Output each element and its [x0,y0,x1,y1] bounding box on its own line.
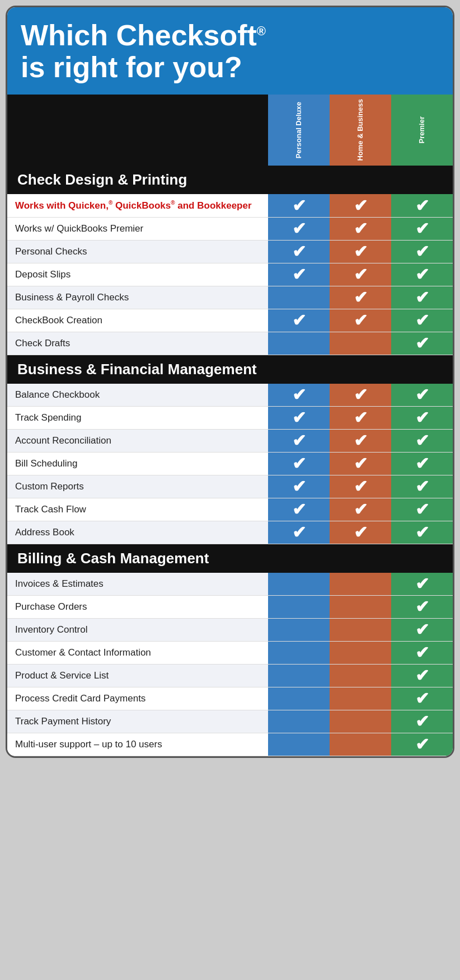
check-cell-premier: ✔ [391,286,453,309]
check-cell-premier: ✔ [391,475,453,498]
checkmark-icon: ✔ [354,431,368,450]
check-cell-home [330,642,391,664]
feature-label: Address Book [7,521,268,544]
check-cell-premier: ✔ [391,384,453,406]
check-cell-home: ✔ [330,498,391,521]
feature-label: CheckBook Creation [7,309,268,332]
check-cell-premier: ✔ [391,218,453,240]
check-cell-home [330,619,391,641]
feature-row: Invoices & Estimates✔ [7,573,453,596]
checkmark-icon: ✔ [415,196,429,215]
feature-row: Works with Quicken,® QuickBooks® and Boo… [7,194,453,218]
checkmark-icon: ✔ [415,643,429,662]
feature-row: CheckBook Creation✔✔✔ [7,309,453,332]
check-cell-premier: ✔ [391,453,453,475]
checkmark-icon: ✔ [292,219,306,238]
feature-label: Invoices & Estimates [7,573,268,595]
check-cell-home [330,710,391,733]
check-cell-premier: ✔ [391,596,453,618]
checkmark-icon: ✔ [415,666,429,685]
feature-row: Process Credit Card Payments✔ [7,687,453,710]
check-cell-home [330,573,391,595]
feature-label: Account Reconciliation [7,430,268,452]
checkmark-icon: ✔ [354,242,368,261]
check-cell-premier: ✔ [391,309,453,332]
checkmark-icon: ✔ [354,265,368,284]
check-cell-premier: ✔ [391,665,453,687]
check-cell-home [330,733,391,756]
check-cell-personal: ✔ [268,384,330,406]
check-cell-home: ✔ [330,309,391,332]
check-cell-personal: ✔ [268,407,330,429]
col-header-personal: Personal Deluxe [268,95,330,166]
feature-label: Multi-user support – up to 10 users [7,733,268,756]
feature-label: Balance Checkbook [7,384,268,406]
feature-row: Track Cash Flow✔✔✔ [7,498,453,521]
feature-label: Works with Quicken,® QuickBooks® and Boo… [7,194,268,217]
check-cell-personal [268,573,330,595]
checkmark-icon: ✔ [354,196,368,215]
checkmark-icon: ✔ [415,712,429,731]
check-cell-personal [268,286,330,309]
header: Which Checksoft®is right for you? [7,7,453,95]
feature-row: Works w/ QuickBooks Premier✔✔✔ [7,218,453,241]
check-cell-personal [268,665,330,687]
checkmark-icon: ✔ [292,454,306,473]
checkmark-icon: ✔ [292,385,306,404]
check-cell-premier: ✔ [391,619,453,641]
feature-row: Balance Checkbook✔✔✔ [7,384,453,407]
check-cell-home [330,332,391,355]
feature-label: Process Credit Card Payments [7,687,268,710]
checkmark-icon: ✔ [415,333,429,353]
checkmark-icon: ✔ [354,500,368,519]
check-cell-personal: ✔ [268,241,330,263]
checkmark-icon: ✔ [415,310,429,330]
feature-label: Purchase Orders [7,596,268,618]
feature-row: Business & Payroll Checks✔✔ [7,286,453,309]
checkmark-icon: ✔ [354,310,368,330]
check-cell-premier: ✔ [391,573,453,595]
check-cell-premier: ✔ [391,263,453,286]
checkmark-icon: ✔ [292,431,306,450]
checkmark-icon: ✔ [354,454,368,473]
section-header-1: Business & Financial Management [7,355,453,384]
check-cell-premier: ✔ [391,194,453,217]
check-cell-home: ✔ [330,384,391,406]
checkmark-icon: ✔ [415,522,429,542]
checkmark-icon: ✔ [292,196,306,215]
checkmark-icon: ✔ [292,408,306,427]
feature-row: Purchase Orders✔ [7,596,453,619]
feature-label: Deposit Slips [7,263,268,286]
feature-row: Customer & Contact Information✔ [7,642,453,665]
sections-container: Check Design & PrintingWorks with Quicke… [7,166,453,756]
feature-row: Multi-user support – up to 10 users✔ [7,733,453,756]
check-cell-premier: ✔ [391,241,453,263]
check-cell-premier: ✔ [391,407,453,429]
checkmark-icon: ✔ [415,431,429,450]
checkmark-icon: ✔ [415,219,429,238]
checkmark-icon: ✔ [415,477,429,496]
feature-label: Inventory Control [7,619,268,641]
checkmark-icon: ✔ [415,597,429,616]
checkmark-icon: ✔ [354,477,368,496]
checkmark-icon: ✔ [354,522,368,542]
feature-label: Check Drafts [7,332,268,355]
feature-row: Product & Service List✔ [7,665,453,687]
check-cell-personal [268,733,330,756]
check-cell-home: ✔ [330,407,391,429]
checkmark-icon: ✔ [354,385,368,404]
feature-row: Bill Scheduling✔✔✔ [7,453,453,475]
check-cell-home [330,596,391,618]
feature-row: Track Payment History✔ [7,710,453,733]
check-cell-personal: ✔ [268,430,330,452]
comparison-card: Which Checksoft®is right for you? Person… [6,6,454,758]
check-cell-home: ✔ [330,286,391,309]
check-cell-premier: ✔ [391,710,453,733]
check-cell-personal [268,619,330,641]
check-cell-personal [268,332,330,355]
check-cell-home: ✔ [330,430,391,452]
check-cell-personal: ✔ [268,521,330,544]
section-header-2: Billing & Cash Management [7,544,453,573]
checkmark-icon: ✔ [292,477,306,496]
check-cell-personal [268,642,330,664]
